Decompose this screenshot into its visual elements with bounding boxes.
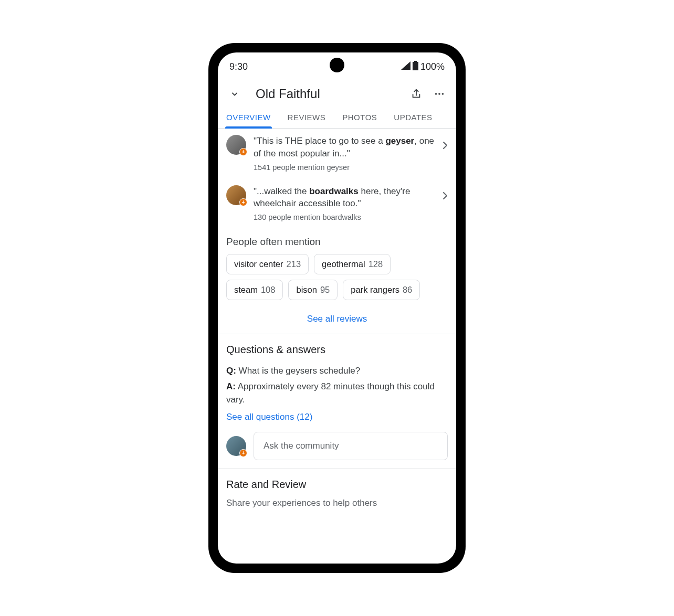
qa-answer: A: Approximately every 82 minutes though… (226, 380, 448, 407)
snippet-body: "This is THE place to go to see a geyser… (254, 135, 435, 172)
svg-rect-1 (414, 61, 417, 62)
mention-chip[interactable]: visitor center213 (226, 254, 309, 274)
more-button[interactable] (432, 87, 447, 101)
mentions-title: People often mention (218, 229, 456, 254)
tab-reviews[interactable]: REVIEWS (287, 108, 327, 128)
collapse-button[interactable] (227, 87, 242, 101)
qa-question: Q: What is the geysers schedule? (226, 364, 448, 378)
snippet-text: "This is THE place to go to see a geyser… (254, 135, 435, 160)
svg-point-3 (438, 93, 440, 95)
screen: 9:30 100% Old Faithful (218, 52, 456, 564)
local-guide-badge-icon: + (239, 449, 247, 457)
snippet-sub: 130 people mention boardwalks (254, 213, 435, 221)
battery-icon (413, 61, 418, 73)
avatar: + (226, 135, 246, 155)
share-icon (410, 88, 422, 100)
share-button[interactable] (409, 87, 424, 101)
status-time: 9:30 (229, 61, 248, 72)
ask-row: + Ask the community (226, 432, 448, 460)
see-all-questions-link[interactable]: See all questions (12) (226, 412, 448, 422)
chevron-right-icon (443, 141, 448, 152)
chevron-down-icon (229, 89, 240, 99)
header: Old Faithful (218, 77, 456, 108)
tabs: OVERVIEW REVIEWS PHOTOS UPDATES (218, 108, 456, 129)
svg-point-4 (442, 93, 444, 95)
see-all-reviews-link[interactable]: See all reviews (218, 307, 456, 334)
qa-title: Questions & answers (226, 344, 448, 356)
avatar: + (226, 185, 246, 205)
chevron-right-icon (443, 192, 448, 202)
content-scroll[interactable]: + "This is THE place to go to see a geys… (218, 129, 456, 556)
phone-frame: 9:30 100% Old Faithful (208, 43, 466, 573)
review-snippet[interactable]: + "...walked the boardwalks here, they'r… (218, 179, 456, 229)
user-avatar: + (226, 436, 246, 456)
page-title: Old Faithful (256, 87, 401, 101)
snippet-text: "...walked the boardwalks here, they're … (254, 185, 435, 210)
svg-rect-0 (413, 62, 418, 70)
status-right: 100% (401, 61, 445, 73)
mention-chip[interactable]: steam108 (226, 280, 283, 300)
more-icon (434, 88, 445, 100)
rate-subtitle: Share your experiences to help others (226, 498, 448, 508)
ask-community-input[interactable]: Ask the community (254, 432, 448, 460)
tab-photos[interactable]: PHOTOS (341, 108, 378, 128)
snippet-sub: 1541 people mention geyser (254, 163, 435, 172)
mention-chip[interactable]: bison95 (288, 280, 338, 300)
local-guide-badge-icon: + (239, 198, 247, 206)
qa-section: Questions & answers Q: What is the geyse… (218, 334, 456, 469)
mention-chips: visitor center213 geothermal128 steam108… (218, 254, 456, 307)
mention-chip[interactable]: park rangers86 (343, 280, 420, 300)
tab-updates[interactable]: UPDATES (393, 108, 433, 128)
camera-notch (330, 58, 344, 72)
rate-section: Rate and Review Share your experiences t… (218, 469, 456, 508)
signal-icon (401, 61, 410, 72)
snippet-body: "...walked the boardwalks here, they're … (254, 185, 435, 222)
svg-point-2 (435, 93, 437, 95)
battery-text: 100% (420, 61, 445, 72)
local-guide-badge-icon: + (239, 148, 247, 156)
review-snippet[interactable]: + "This is THE place to go to see a geys… (218, 129, 456, 179)
rate-title: Rate and Review (226, 479, 448, 491)
mention-chip[interactable]: geothermal128 (314, 254, 391, 274)
tab-overview[interactable]: OVERVIEW (225, 108, 272, 128)
